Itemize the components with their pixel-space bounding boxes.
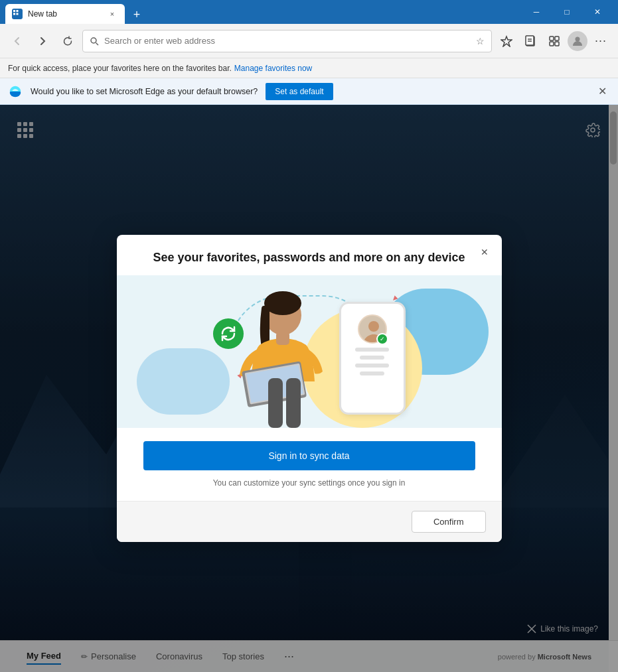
sign-in-button[interactable]: Sign in to sync data <box>143 441 475 470</box>
modal-body: Sign in to sync data You can customize y… <box>117 428 502 501</box>
svg-marker-6 <box>501 36 512 46</box>
phone-avatar-container: ✓ <box>358 314 387 344</box>
more-button[interactable]: ··· <box>590 31 611 52</box>
modal-header: ✕ See your favorites, passwords and more… <box>117 235 502 275</box>
svg-line-5 <box>96 42 99 45</box>
back-button[interactable] <box>7 31 28 52</box>
svg-rect-1 <box>17 10 19 12</box>
phone-illustration: ✓ <box>339 302 406 415</box>
svg-rect-28 <box>286 378 301 428</box>
svg-rect-13 <box>550 42 554 46</box>
default-browser-bar: Would you like to set Microsoft Edge as … <box>0 78 618 105</box>
refresh-button[interactable] <box>57 31 78 52</box>
edge-logo-icon <box>8 84 23 99</box>
svg-point-29 <box>368 321 379 332</box>
phone-line-1 <box>355 348 390 352</box>
modal-footer: Confirm <box>117 501 502 542</box>
favorites-bar: For quick access, place your favorites h… <box>0 58 618 78</box>
profile-button[interactable] <box>568 31 587 51</box>
sync-note: You can customize your sync settings onc… <box>143 478 475 488</box>
svg-rect-2 <box>13 13 15 15</box>
browser-tab[interactable]: New tab × <box>5 4 125 24</box>
tab-favicon <box>12 9 23 19</box>
modal-title: See your favorites, passwords and more o… <box>133 251 486 275</box>
favorites-bar-text: For quick access, place your favorites h… <box>8 64 232 73</box>
modal-overlay: ✕ See your favorites, passwords and more… <box>0 105 618 672</box>
phone-line-3 <box>355 364 390 368</box>
svg-point-15 <box>576 36 580 41</box>
svg-point-4 <box>91 38 96 43</box>
svg-rect-23 <box>276 332 289 345</box>
address-bar-icons: ☆ <box>476 36 485 46</box>
default-browser-message: Would you like to set Microsoft Edge as … <box>31 87 258 96</box>
confirm-button[interactable]: Confirm <box>412 511 486 533</box>
modal-illustration: ▼ ▼ <box>117 275 502 428</box>
maximize-button[interactable]: □ <box>552 0 582 24</box>
tab-area: New tab × + <box>5 0 518 24</box>
title-bar: New tab × + ─ □ ✕ <box>0 0 618 24</box>
svg-point-21 <box>264 291 301 315</box>
phone-line-4 <box>360 371 384 375</box>
address-bar[interactable]: ☆ <box>82 30 492 52</box>
sync-modal: ✕ See your favorites, passwords and more… <box>117 235 502 542</box>
svg-rect-14 <box>555 42 559 46</box>
reading-list-button[interactable] <box>520 31 541 52</box>
cloud-left <box>137 348 230 415</box>
set-default-button[interactable]: Set as default <box>266 83 333 100</box>
modal-close-button[interactable]: ✕ <box>475 243 494 261</box>
address-input[interactable] <box>104 36 471 46</box>
svg-rect-3 <box>17 13 19 15</box>
manage-favorites-link[interactable]: Manage favorites now <box>234 64 312 73</box>
close-window-button[interactable]: ✕ <box>582 0 613 24</box>
svg-rect-8 <box>526 36 534 45</box>
tab-title: New tab <box>28 9 57 19</box>
default-bar-close-button[interactable]: ✕ <box>594 84 610 100</box>
window-controls: ─ □ ✕ <box>521 0 613 24</box>
browser-content: Like this image? ✕ See your favorites, p… <box>0 105 618 672</box>
new-tab-button[interactable]: + <box>127 5 146 24</box>
svg-rect-27 <box>268 378 283 428</box>
nav-bar: ☆ ··· <box>0 24 618 58</box>
forward-button[interactable] <box>32 31 53 52</box>
favorites-button[interactable] <box>496 31 517 52</box>
phone-line-2 <box>360 356 384 360</box>
svg-rect-12 <box>555 36 559 40</box>
person-illustration <box>223 289 343 428</box>
phone-sync-badge: ✓ <box>376 333 388 345</box>
tab-close-button[interactable]: × <box>106 8 118 20</box>
minimize-button[interactable]: ─ <box>521 0 552 24</box>
toolbar-icons: ··· <box>496 31 611 52</box>
svg-rect-11 <box>550 36 554 40</box>
favorite-icon[interactable]: ☆ <box>476 36 485 46</box>
collections-button[interactable] <box>544 31 565 52</box>
svg-rect-0 <box>13 10 15 12</box>
